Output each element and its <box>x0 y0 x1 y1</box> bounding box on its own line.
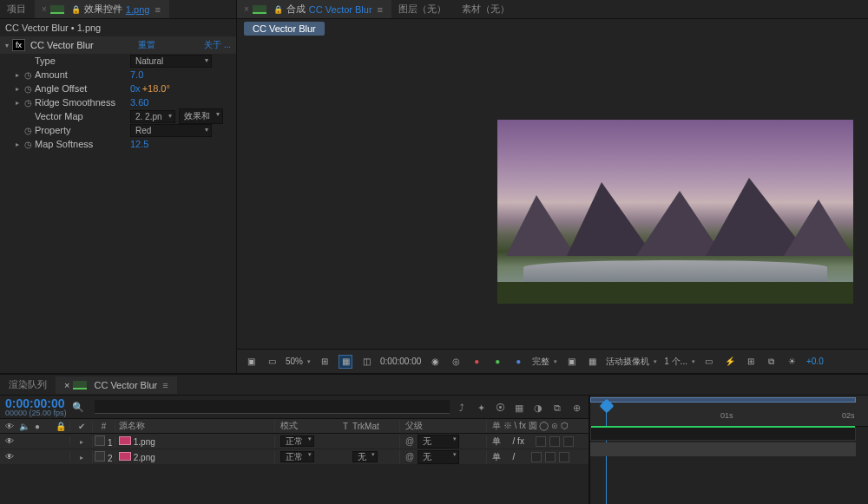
channel-b-icon[interactable]: ● <box>511 355 525 369</box>
parent-dropdown[interactable]: 无 <box>418 435 459 448</box>
switch-box[interactable] <box>549 436 560 447</box>
label-color-swatch[interactable] <box>95 435 105 446</box>
composition-tab[interactable]: × 🔒 合成 CC Vector Blur ≡ <box>237 0 391 18</box>
always-preview-icon[interactable]: ▣ <box>244 355 258 369</box>
brainstorm-icon[interactable]: ⊕ <box>569 401 583 415</box>
preserve-t-column[interactable]: T <box>339 422 352 431</box>
roi-icon[interactable]: ▣ <box>564 355 578 369</box>
motion-blur-icon[interactable]: ◑ <box>531 401 545 415</box>
timeline-tracks[interactable]: 01s 02s <box>590 396 868 504</box>
reset-link[interactable]: 重置 <box>138 40 155 49</box>
about-link[interactable]: 关于 ... <box>204 40 231 49</box>
frame-blend-icon[interactable]: ▦ <box>512 401 526 415</box>
close-icon[interactable]: × <box>64 380 69 390</box>
views-dropdown[interactable]: 1 个... <box>664 356 695 368</box>
source-name-column[interactable]: 源名称 <box>115 420 274 432</box>
comp-mini-flowchart-icon[interactable]: ⤴ <box>455 401 469 415</box>
switch-box[interactable] <box>531 452 542 462</box>
parent-dropdown[interactable]: 无 <box>418 450 459 464</box>
fx-toggle-icon[interactable]: fx <box>12 39 25 51</box>
twirl-right-icon[interactable]: ▸ <box>80 438 83 446</box>
fast-previews-icon[interactable]: ⚡ <box>723 355 737 369</box>
switch-box[interactable] <box>536 436 546 447</box>
blend-mode-dropdown[interactable]: 正常 <box>280 451 314 462</box>
close-icon[interactable]: × <box>42 4 47 14</box>
mode-column[interactable]: 模式 <box>274 420 339 432</box>
stopwatch-icon[interactable]: ◷ <box>24 70 35 80</box>
panel-menu-icon[interactable]: ≡ <box>162 380 168 390</box>
stopwatch-icon[interactable]: ◷ <box>24 126 35 135</box>
show-snapshot-icon[interactable]: ◎ <box>449 355 463 369</box>
trkmat-column[interactable]: TrkMat <box>352 422 399 431</box>
twirl-right-icon[interactable]: ▸ <box>16 141 24 148</box>
reset-exposure-icon[interactable]: ☀ <box>786 355 799 369</box>
effect-header[interactable]: ▾ fx CC Vector Blur 重置 关于 ... <box>0 36 236 54</box>
audio-column-icon[interactable]: 🔈 <box>19 422 30 431</box>
twirl-right-icon[interactable]: ▸ <box>16 71 24 79</box>
trkmat-dropdown[interactable]: 无 <box>352 451 378 462</box>
layer-row[interactable]: 👁 ▸ 1 1.png 正常 @无 单 / fx <box>0 434 589 449</box>
index-column-icon[interactable]: ✔ <box>69 422 92 431</box>
mapsoft-value[interactable]: 12.5 <box>130 139 148 149</box>
exposure-value[interactable]: +0.0 <box>806 357 824 366</box>
video-column-icon[interactable]: 👁 <box>5 422 14 431</box>
vector-map-layer-dropdown[interactable]: 2. 2.pn <box>130 110 175 123</box>
close-icon[interactable]: × <box>244 4 249 14</box>
lock-icon[interactable]: 🔒 <box>273 5 283 14</box>
render-queue-tab[interactable]: 渲染队列 <box>0 375 56 395</box>
solo-column-icon[interactable]: ● <box>35 422 40 431</box>
visibility-toggle-icon[interactable]: 👁 <box>5 452 14 461</box>
layer-search-input[interactable] <box>95 400 450 414</box>
switch-box[interactable] <box>559 452 569 462</box>
layer-name[interactable]: 1.png <box>134 437 155 447</box>
layer-bar[interactable] <box>590 442 856 456</box>
lock-icon[interactable]: 🔒 <box>71 5 81 14</box>
amount-value[interactable]: 7.0 <box>130 69 143 80</box>
fast-preview-icon[interactable]: ⊞ <box>318 355 332 369</box>
twirl-right-icon[interactable]: ▸ <box>80 454 83 461</box>
preview-timecode[interactable]: 0:00:00:00 <box>380 357 421 366</box>
comp-mini-tab[interactable]: CC Vector Blur <box>244 22 325 36</box>
layer-row[interactable]: 👁 ▸ 2 2.png 正常 无 @无 单 / <box>0 449 589 465</box>
number-column[interactable]: # <box>92 422 115 431</box>
layer-name[interactable]: 2.png <box>134 453 155 462</box>
ridge-value[interactable]: 3.60 <box>130 97 148 108</box>
graph-editor-icon[interactable]: ⧉ <box>550 401 564 415</box>
camera-dropdown[interactable]: 活动摄像机 <box>606 356 657 368</box>
angle-value[interactable]: 0x+18.0° <box>130 83 170 94</box>
transparency-grid-icon[interactable]: ▦ <box>339 355 352 369</box>
project-tab[interactable]: 项目 <box>0 0 35 18</box>
mask-visibility-icon[interactable]: ◫ <box>359 355 373 369</box>
grid-guide-icon[interactable]: ▦ <box>585 355 599 369</box>
type-dropdown[interactable]: Natural <box>130 55 212 68</box>
layer-bar[interactable] <box>590 427 856 441</box>
effect-controls-tab[interactable]: × 🔒 效果控件 1.png ≡ <box>35 0 169 18</box>
pixel-aspect-icon[interactable]: ▭ <box>702 355 716 369</box>
panel-menu-icon[interactable]: ≡ <box>378 4 383 15</box>
switch-box[interactable] <box>545 452 556 462</box>
comp-flowchart-icon[interactable]: ⧉ <box>765 355 779 369</box>
visibility-toggle-icon[interactable]: 👁 <box>5 436 14 446</box>
composition-viewer[interactable] <box>237 38 868 349</box>
channel-g-icon[interactable]: ● <box>490 355 504 369</box>
zoom-dropdown[interactable]: 50% <box>286 357 311 366</box>
layer-tab[interactable]: 图层（无） <box>391 0 455 18</box>
draft-3d-icon[interactable]: ✦ <box>474 401 488 415</box>
label-color-swatch[interactable] <box>95 451 105 461</box>
stopwatch-icon[interactable]: ◷ <box>24 84 35 94</box>
hide-shy-icon[interactable]: ⦿ <box>493 401 507 415</box>
switch-box[interactable] <box>563 436 574 447</box>
stopwatch-icon[interactable]: ◷ <box>24 98 35 108</box>
work-area-bar[interactable] <box>590 397 856 403</box>
time-ruler[interactable]: 01s 02s <box>590 396 868 427</box>
resolution-dropdown[interactable]: 完整 <box>532 356 557 368</box>
twirl-down-icon[interactable]: ▾ <box>5 42 9 49</box>
magnification-icon[interactable]: ▭ <box>265 355 279 369</box>
property-dropdown[interactable]: Red <box>130 124 212 137</box>
timeline-button-icon[interactable]: ⊞ <box>744 355 758 369</box>
panel-menu-icon[interactable]: ≡ <box>155 4 160 15</box>
twirl-right-icon[interactable]: ▸ <box>16 99 24 107</box>
pickwhip-icon[interactable]: @ <box>405 452 414 461</box>
stopwatch-icon[interactable]: ◷ <box>24 140 35 149</box>
lock-column-icon[interactable]: 🔒 <box>56 422 69 431</box>
